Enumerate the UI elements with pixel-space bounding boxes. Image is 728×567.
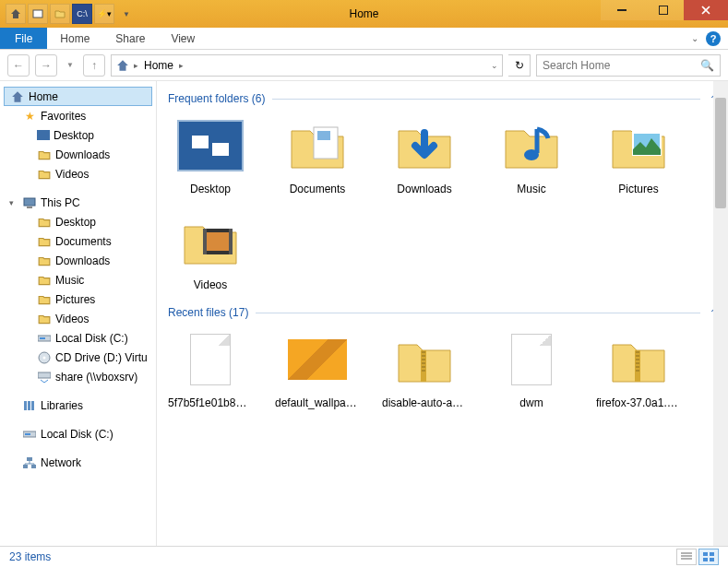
item-documents[interactable]: Documents	[275, 112, 360, 195]
disc-icon	[37, 350, 52, 365]
folder-videos-icon	[181, 216, 240, 267]
up-button[interactable]: ↑	[83, 54, 105, 77]
sidebar-item-label: Home	[29, 90, 58, 103]
tab-view[interactable]: View	[158, 28, 208, 49]
search-input[interactable]	[543, 59, 700, 72]
sidebar-item-desktop[interactable]: Desktop	[0, 212, 156, 231]
desktop-icon	[37, 130, 50, 140]
close-button[interactable]	[684, 0, 728, 20]
item-file[interactable]: dwm	[489, 326, 574, 409]
sidebar-network[interactable]: Network	[0, 453, 156, 472]
view-icons-button[interactable]	[698, 549, 719, 565]
svg-rect-23	[207, 232, 229, 251]
scrollbar-thumb[interactable]	[715, 98, 726, 208]
divider	[256, 313, 700, 313]
sidebar-item-videos[interactable]: Videos	[0, 309, 156, 328]
sidebar-item-videos[interactable]: Videos	[0, 164, 156, 183]
sidebar-libraries[interactable]: Libraries	[0, 396, 156, 415]
sidebar-local-disk[interactable]: Local Disk (C:)	[0, 424, 156, 443]
svg-rect-17	[31, 465, 36, 468]
item-label: disable-auto-arr…	[382, 396, 467, 409]
item-zip[interactable]: disable-auto-arr…	[382, 326, 467, 409]
sidebar-home[interactable]: Home	[4, 87, 152, 106]
svg-rect-31	[710, 558, 714, 561]
tab-home[interactable]: Home	[47, 28, 102, 49]
search-box[interactable]: 🔍	[536, 54, 721, 77]
svg-rect-19	[317, 131, 330, 140]
folder-downloads-icon	[395, 120, 454, 171]
sidebar-item-network-share[interactable]: share (\\vboxsrv)	[0, 367, 156, 386]
item-videos[interactable]: Videos	[168, 208, 253, 291]
sidebar-item-label: share (\\vboxsrv)	[55, 371, 137, 384]
item-label: Music	[517, 183, 545, 195]
minimize-button[interactable]	[601, 0, 642, 20]
item-file[interactable]: 5f7b5f1e01b8376…	[168, 326, 253, 409]
svg-rect-28	[703, 552, 708, 556]
maximize-button[interactable]	[642, 0, 684, 20]
sidebar-item-label: Desktop	[54, 129, 94, 142]
sidebar-item-cd-drive[interactable]: CD Drive (D:) Virtu	[0, 348, 156, 367]
sidebar-this-pc[interactable]: ▾ This PC	[0, 193, 156, 212]
file-tab[interactable]: File	[0, 28, 47, 49]
item-desktop[interactable]: Desktop	[168, 112, 253, 195]
search-icon[interactable]: 🔍	[700, 59, 714, 72]
drive-icon	[22, 427, 37, 442]
group-title: Recent files (17)	[168, 306, 248, 319]
pc-icon	[22, 195, 37, 210]
divider	[272, 99, 700, 100]
item-label: firefox-37.0a1.en…	[596, 396, 681, 409]
sidebar-item-desktop[interactable]: Desktop	[0, 125, 156, 145]
vertical-scrollbar[interactable]	[713, 81, 728, 546]
svg-rect-27	[635, 350, 640, 382]
image-thumbnail-icon	[288, 339, 347, 380]
address-dropdown-icon[interactable]: ⌄	[491, 61, 498, 70]
back-button[interactable]: ←	[7, 54, 30, 77]
item-downloads[interactable]: Downloads	[382, 112, 467, 195]
ribbon-expand-icon[interactable]: ⌄	[691, 33, 698, 43]
item-label: default_wallpape…	[275, 396, 360, 409]
view-details-button[interactable]	[676, 549, 697, 565]
zip-folder-icon	[609, 334, 668, 385]
content-pane: Frequent folders (6) ⌃ Desktop Documents…	[157, 81, 728, 546]
sidebar-item-downloads[interactable]: Downloads	[0, 145, 156, 164]
sidebar-item-music[interactable]: Music	[0, 270, 156, 289]
qat-home-icon[interactable]	[6, 4, 26, 24]
sidebar-favorites[interactable]: ★ Favorites	[0, 106, 156, 125]
address-bar[interactable]: ▸ Home ▸ ⌄	[111, 54, 503, 77]
home-icon	[115, 58, 130, 73]
item-zip[interactable]: firefox-37.0a1.en…	[596, 326, 681, 409]
item-music[interactable]: Music	[489, 112, 574, 195]
main-area: Home ★ Favorites Desktop Downloads Video…	[0, 81, 728, 546]
forward-button[interactable]: →	[35, 54, 57, 77]
recent-files-grid: 5f7b5f1e01b8376… default_wallpape… disab…	[168, 326, 717, 409]
folder-music-icon	[502, 120, 561, 171]
sidebar-item-documents[interactable]: Documents	[0, 231, 156, 251]
qat-dropdown-icon[interactable]: ⚡▾	[94, 4, 114, 24]
chevron-right-icon[interactable]: ▸	[179, 61, 184, 70]
sidebar-item-local-disk-c[interactable]: Local Disk (C:)	[0, 328, 156, 348]
tab-share[interactable]: Share	[102, 28, 158, 49]
chevron-right-icon[interactable]: ▸	[134, 61, 138, 70]
refresh-button[interactable]: ↻	[508, 54, 531, 77]
breadcrumb-home[interactable]: Home	[142, 59, 175, 72]
svg-rect-26	[421, 350, 426, 382]
libraries-icon	[22, 398, 37, 413]
item-image[interactable]: default_wallpape…	[275, 326, 360, 409]
group-header-frequent[interactable]: Frequent folders (6) ⌃	[168, 92, 717, 105]
qat-customize-icon[interactable]: ▼	[116, 4, 137, 24]
qat-folder-icon[interactable]	[50, 4, 70, 24]
group-header-recent[interactable]: Recent files (17) ⌃	[168, 306, 717, 319]
help-icon[interactable]: ?	[706, 31, 721, 46]
item-pictures[interactable]: Pictures	[596, 112, 681, 195]
recent-locations-icon[interactable]: ▼	[63, 54, 78, 77]
svg-rect-9	[38, 372, 51, 378]
qat-cmd-icon[interactable]: C:\	[72, 4, 92, 24]
folder-icon	[37, 312, 52, 326]
folder-icon	[37, 273, 52, 288]
expand-icon[interactable]: ▾	[9, 198, 18, 207]
sidebar-item-pictures[interactable]: Pictures	[0, 289, 156, 309]
zip-folder-icon	[395, 334, 454, 385]
qat-new-window-icon[interactable]	[28, 4, 48, 24]
sidebar-item-downloads[interactable]: Downloads	[0, 251, 156, 270]
file-icon	[190, 334, 231, 385]
